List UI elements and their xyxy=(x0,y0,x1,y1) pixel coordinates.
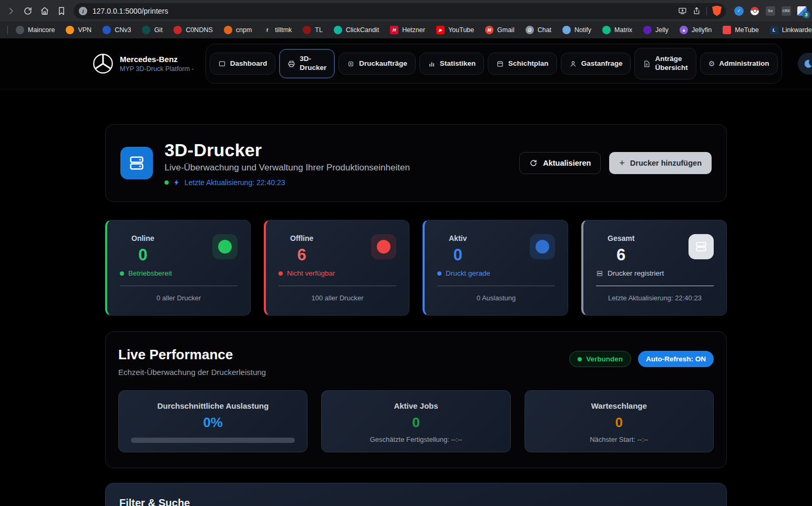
bookmark-notify[interactable]: Notify xyxy=(562,26,591,34)
cloud-extension-icon[interactable]: ✓ xyxy=(734,6,744,16)
bookmark-tilltmk[interactable]: ttilltmk xyxy=(263,26,292,34)
bookmarks-bar: Maincore VPN CNv3 Git C0NDNS cnpm ttillt… xyxy=(0,22,812,38)
crx-extension-icon[interactable]: CRX xyxy=(782,6,791,16)
main-navigation: Mercedes-Benz MYP 3D-Druck Platform - Da… xyxy=(0,38,812,89)
bookmark-favicon: ▶ xyxy=(436,26,445,34)
status-dot xyxy=(279,271,283,276)
pcard-value: 0% xyxy=(119,416,307,429)
bookmark-label: C0NDNS xyxy=(186,26,212,34)
tab-schichtplan[interactable]: Schichtplan xyxy=(488,53,557,75)
bookmark-chat[interactable]: @Chat xyxy=(526,26,551,34)
avg-utilization-card: Durchschnittliche Auslastung 0% xyxy=(118,390,307,452)
stat-title: Online xyxy=(131,234,155,242)
bookmark-vpn[interactable]: VPN xyxy=(66,26,91,34)
person-icon xyxy=(569,60,577,68)
stat-title: Offline xyxy=(290,234,313,242)
connected-badge: Verbunden xyxy=(569,351,631,367)
bookmark-hetzner[interactable]: HHetzner xyxy=(390,26,425,34)
gear-icon: ⚙ xyxy=(708,60,715,67)
bookmark-maincore[interactable]: Maincore xyxy=(16,26,55,34)
refresh-button[interactable]: Aktualisieren xyxy=(519,152,601,174)
brand-title: Mercedes-Benz xyxy=(120,55,194,64)
theme-toggle-button[interactable] xyxy=(798,53,812,75)
dashboard-icon xyxy=(218,60,226,68)
pcard-value: 0 xyxy=(322,416,510,429)
stat-divider xyxy=(120,286,238,286)
stat-status: Nicht verfügbar xyxy=(279,269,396,277)
stat-title: Gesamt xyxy=(608,234,634,242)
tab-dashboard[interactable]: Dashboard xyxy=(210,53,276,75)
bookmark-favicon: t xyxy=(263,26,271,34)
bookmarks-divider xyxy=(7,26,8,34)
page: Mercedes-Benz MYP 3D-Druck Platform - Da… xyxy=(0,38,812,506)
reload-icon[interactable] xyxy=(20,3,36,19)
queue-card: Warteschlange 0 Nächster Start: --:-- xyxy=(525,390,714,452)
browser-toolbar: i 127.0.0.1:5000/printers ✓ Se CRX 3 xyxy=(0,0,812,22)
utilization-progressbar xyxy=(131,438,295,443)
forward-icon[interactable] xyxy=(3,3,19,19)
tab-3d-drucker[interactable]: 3D-Drucker xyxy=(279,49,335,78)
nav-right xyxy=(798,53,812,75)
auto-refresh-toggle[interactable]: Auto-Refresh: ON xyxy=(638,351,714,367)
bookmark-label: Gmail xyxy=(497,26,515,34)
bookmark-matrix[interactable]: Matrix xyxy=(602,26,632,34)
bookmark-favicon xyxy=(723,26,731,34)
auto-refresh-label: Auto-Refresh: ON xyxy=(646,355,706,363)
brave-shields-icon[interactable] xyxy=(712,6,722,16)
bookmark-linkwarden[interactable]: LLinkwarden xyxy=(770,26,812,34)
browser-chrome: i 127.0.0.1:5000/printers ✓ Se CRX 3 Mai… xyxy=(0,0,812,38)
bookmark-favicon xyxy=(142,26,150,34)
tab-administration[interactable]: ⚙ Administration xyxy=(700,53,778,75)
bookmark-git[interactable]: Git xyxy=(142,26,162,34)
document-icon xyxy=(643,60,651,68)
bookmark-youtube[interactable]: ▶YouTube xyxy=(436,26,474,34)
reading-mode-icon[interactable] xyxy=(678,6,687,15)
bookmark-label: Hetzner xyxy=(402,26,425,34)
bookmark-favicon xyxy=(643,26,652,34)
tab-antraege-uebersicht[interactable]: Anträge Übersicht xyxy=(634,48,696,79)
stat-value: 6 xyxy=(608,247,634,263)
pcard-title: Durchschnittliche Auslastung xyxy=(119,401,307,410)
add-printer-button[interactable]: + Drucker hinzufügen xyxy=(609,152,712,174)
bookmark-jelly[interactable]: Jelly xyxy=(643,26,669,34)
bookmark-favicon xyxy=(303,26,311,34)
tab-statistiken[interactable]: Statistiken xyxy=(419,53,484,75)
bookmark-label: Jellyfin xyxy=(692,26,712,34)
stats-row: Online 0 Betriebsbereit 0 aller Drucker … xyxy=(105,220,727,316)
bookmark-metube[interactable]: MeTube xyxy=(723,26,758,34)
bookmark-cnpm[interactable]: cnpm xyxy=(224,26,252,34)
filter-search-card: Filter & Suche xyxy=(105,483,727,506)
pcard-title: Aktive Jobs xyxy=(322,401,510,410)
stat-status-label: Druckt gerade xyxy=(446,269,490,277)
selenium-extension-icon[interactable]: Se xyxy=(766,6,775,16)
bookmark-favicon xyxy=(334,26,342,34)
brand[interactable]: Mercedes-Benz MYP 3D-Druck Platform - xyxy=(92,53,194,74)
bookmark-favicon xyxy=(224,26,232,34)
home-icon[interactable] xyxy=(37,3,53,19)
bookmark-c0ndns[interactable]: C0NDNS xyxy=(173,26,212,34)
tab-gastanfrage[interactable]: Gastanfrage xyxy=(561,53,631,75)
bookmark-tl[interactable]: TL xyxy=(303,26,323,34)
bookmark-gmail[interactable]: MGmail xyxy=(485,26,515,34)
main-content: 3D-Drucker Live-Überwachung und Verwaltu… xyxy=(105,124,727,506)
live-performance-card: Live Performance Echzeit-Überwachung der… xyxy=(105,331,727,468)
bookmark-label: Git xyxy=(154,26,162,34)
tab-druckauftraege[interactable]: Druckaufträge xyxy=(338,53,416,75)
bookmark-jellyfin[interactable]: ▲Jellyfin xyxy=(680,26,712,34)
bookmark-icon[interactable] xyxy=(54,3,69,19)
shield-extension-icon[interactable]: 3 xyxy=(797,6,807,16)
pcard-footer: Geschätzte Fertigstellung: --:-- xyxy=(322,436,510,443)
offline-status-icon xyxy=(371,234,396,259)
address-bar[interactable]: i 127.0.0.1:5000/printers xyxy=(74,3,726,19)
site-info-icon[interactable]: i xyxy=(79,7,87,15)
bookmark-label: cnpm xyxy=(236,26,252,34)
plus-icon: + xyxy=(619,158,625,168)
bookmark-cnv3[interactable]: CNv3 xyxy=(102,26,131,34)
status-dot xyxy=(165,180,169,185)
share-icon[interactable] xyxy=(692,6,701,15)
stat-status-label: Drucker registriert xyxy=(608,269,664,277)
tab-label: Schichtplan xyxy=(508,59,549,68)
bookmark-clickcandit[interactable]: ClickCandit xyxy=(334,26,379,34)
pokeball-extension-icon[interactable] xyxy=(750,6,759,16)
url-text[interactable]: 127.0.0.1:5000/printers xyxy=(92,7,678,15)
